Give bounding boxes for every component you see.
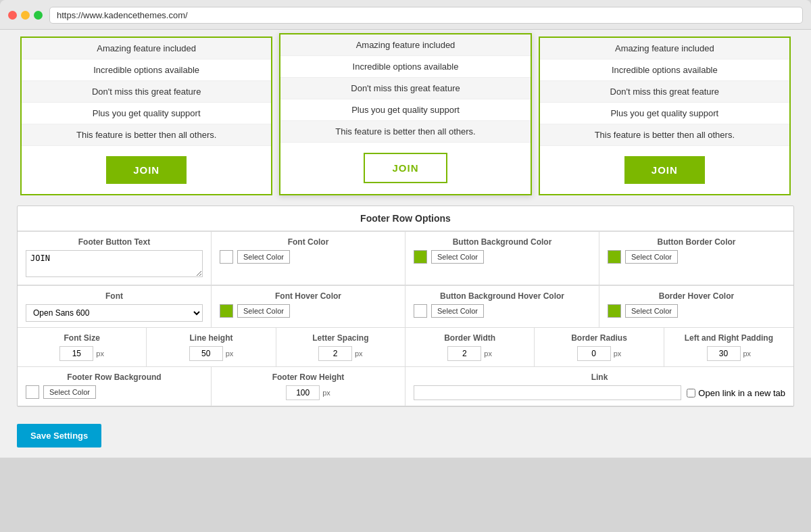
left-right-padding-label: Left and Right Padding: [671, 333, 787, 343]
link-text-input[interactable]: [414, 385, 681, 400]
font-hover-color-swatch: [220, 304, 233, 318]
button-border-color-wrap: Select Color: [608, 250, 785, 264]
button-border-color-swatch: [608, 250, 621, 264]
feature-row: Plus you get quality support: [22, 103, 271, 124]
link-input-wrap: Open link in a new tab: [414, 385, 785, 400]
font-color-swatch: [220, 250, 233, 264]
feature-row: Don't miss this great feature: [22, 81, 271, 103]
feature-row: Incredible options available: [280, 56, 530, 78]
font-color-cell: Font Color Select Color: [212, 232, 406, 285]
join-button-3[interactable]: JOIN: [624, 156, 705, 184]
line-height-input[interactable]: [189, 346, 223, 361]
browser-chrome: https://www.kadencethemes.com/: [0, 0, 811, 30]
font-label: Font: [26, 291, 203, 301]
footer-button-text-cell: Footer Button Text: [18, 232, 212, 285]
join-btn-wrap-3: JOIN: [540, 146, 789, 194]
line-height-label: Line height: [153, 333, 268, 343]
footer-row-height-label: Footer Row Height: [220, 372, 397, 382]
border-radius-wrap: px: [541, 346, 656, 361]
join-button-1[interactable]: JOIN: [106, 156, 187, 184]
close-button[interactable]: [8, 11, 17, 20]
button-bg-color-swatch: [414, 250, 427, 264]
border-width-unit: px: [484, 349, 492, 358]
font-size-label: Font Size: [24, 333, 139, 343]
join-button-2[interactable]: JOIN: [364, 153, 447, 183]
font-hover-color-cell: Font Hover Color Select Color: [212, 286, 406, 328]
button-bg-hover-label: Button Background Hover Color: [414, 291, 591, 301]
border-hover-color-wrap: Select Color: [608, 304, 785, 318]
font-hover-color-button[interactable]: Select Color: [237, 304, 290, 318]
pricing-card-2: Amazing feature included Incredible opti…: [279, 33, 531, 195]
font-hover-color-label: Font Hover Color: [220, 291, 397, 301]
feature-row: Incredible options available: [540, 59, 789, 81]
letter-spacing-unit: px: [355, 349, 363, 358]
pricing-card-3: Amazing feature included Incredible opti…: [539, 37, 791, 195]
footer-row-height-input[interactable]: [286, 385, 320, 400]
feature-row: Plus you get quality support: [280, 99, 530, 121]
font-color-wrap: Select Color: [220, 250, 397, 264]
left-right-padding-unit: px: [743, 349, 752, 358]
maximize-button[interactable]: [34, 11, 43, 20]
feature-row: This feature is better then all others.: [22, 124, 271, 146]
button-bg-color-button[interactable]: Select Color: [431, 250, 484, 264]
feature-row: Don't miss this great feature: [540, 81, 789, 103]
feature-row: Amazing feature included: [540, 38, 789, 59]
footer-row-height-cell: Footer Row Height px: [212, 367, 406, 406]
open-new-tab-label: Open link in a new tab: [698, 388, 785, 398]
border-hover-color-label: Border Hover Color: [608, 291, 785, 301]
border-width-input[interactable]: [447, 346, 481, 361]
numeric-row: Font Size px Line height px Letter Spaci…: [18, 328, 793, 367]
line-height-unit: px: [226, 349, 234, 358]
border-radius-label: Border Radius: [541, 333, 656, 343]
line-height-cell: Line height px: [147, 328, 276, 366]
feature-row: Incredible options available: [22, 59, 271, 81]
options-panel-title: Footer Row Options: [18, 206, 793, 231]
feature-row: Plus you get quality support: [540, 103, 789, 124]
border-radius-cell: Border Radius px: [535, 328, 664, 366]
border-radius-unit: px: [614, 349, 622, 358]
feature-row: Amazing feature included: [280, 34, 530, 56]
font-color-label: Font Color: [220, 237, 397, 247]
border-radius-input[interactable]: [577, 346, 611, 361]
letter-spacing-label: Letter Spacing: [283, 333, 398, 343]
footer-row-height-wrap: px: [220, 385, 397, 400]
border-hover-color-swatch: [608, 304, 621, 318]
footer-row-bg-wrap: Select Color: [26, 385, 203, 399]
footer-row-bg-button[interactable]: Select Color: [43, 385, 96, 399]
border-width-cell: Border Width px: [406, 328, 535, 366]
footer-row-bg-cell: Footer Row Background Select Color: [18, 367, 212, 406]
address-bar[interactable]: https://www.kadencethemes.com/: [49, 7, 803, 24]
left-right-padding-cell: Left and Right Padding px: [664, 328, 793, 366]
font-select[interactable]: Open Sans 600: [26, 304, 203, 322]
left-right-padding-input[interactable]: [707, 346, 741, 361]
font-size-wrap: px: [24, 346, 139, 361]
border-hover-color-button[interactable]: Select Color: [625, 304, 678, 318]
letter-spacing-wrap: px: [283, 346, 398, 361]
traffic-lights: [8, 11, 43, 20]
feature-row: Amazing feature included: [22, 38, 271, 59]
font-color-button[interactable]: Select Color: [237, 250, 290, 264]
join-btn-wrap-2: JOIN: [280, 143, 530, 193]
button-bg-hover-button[interactable]: Select Color: [431, 304, 484, 318]
open-new-tab-checkbox[interactable]: [687, 389, 695, 397]
feature-row: Don't miss this great feature: [280, 78, 530, 99]
feature-row: This feature is better then all others.: [540, 124, 789, 146]
save-settings-button[interactable]: Save Settings: [17, 424, 101, 448]
pricing-area: Amazing feature included Incredible opti…: [0, 30, 811, 199]
pricing-card-1: Amazing feature included Incredible opti…: [20, 37, 272, 195]
save-area: Save Settings: [0, 414, 811, 458]
options-panel: Footer Row Options Footer Button Text Fo…: [17, 205, 794, 407]
button-bg-hover-cell: Button Background Hover Color Select Col…: [406, 286, 599, 328]
footer-button-text-input[interactable]: [26, 250, 203, 277]
minimize-button[interactable]: [21, 11, 30, 20]
font-size-input[interactable]: [59, 346, 93, 361]
options-row-1: Footer Button Text Font Color Select Col…: [18, 231, 793, 285]
footer-row-bg-swatch: [26, 385, 39, 399]
button-border-color-button[interactable]: Select Color: [625, 250, 678, 264]
letter-spacing-input[interactable]: [318, 346, 352, 361]
options-row-2: Font Open Sans 600 Font Hover Color Sele…: [18, 285, 793, 328]
left-right-padding-wrap: px: [671, 346, 787, 361]
button-bg-color-label: Button Background Color: [414, 237, 591, 247]
feature-row: This feature is better then all others.: [280, 121, 530, 143]
open-new-tab-wrap: Open link in a new tab: [687, 388, 785, 398]
